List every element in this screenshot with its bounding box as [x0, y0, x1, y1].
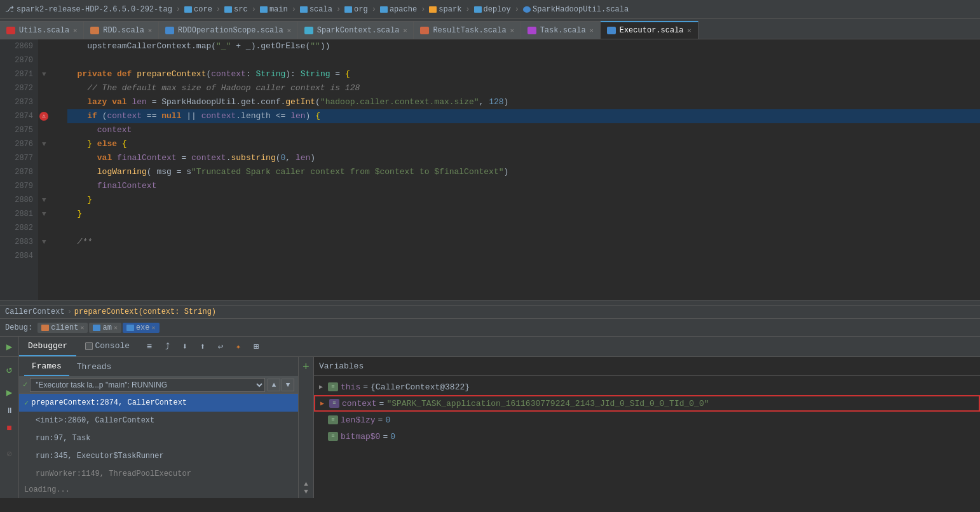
tab-task-close[interactable]: ✕: [590, 27, 594, 34]
code-line-2884: [67, 249, 980, 263]
thread-dropdown[interactable]: "Executor task la...p "main": RUNNING: [30, 378, 265, 392]
code-line-2877: val finalContext = context.substring(0, …: [67, 151, 980, 165]
tab-sparkctx[interactable]: SparkContext.scala ✕: [298, 21, 414, 39]
step-out-btn[interactable]: ⬆: [194, 339, 211, 355]
folder-apache[interactable]: apache: [390, 5, 417, 14]
scroll-down-btn[interactable]: ▼: [304, 488, 308, 495]
mute-btn[interactable]: ⊘: [2, 446, 17, 461]
frame-label: <init>:2860, CallerContext: [36, 416, 154, 425]
evaluate-btn[interactable]: ✦: [230, 339, 247, 355]
session-client[interactable]: client ✕: [37, 323, 88, 333]
session-exe-close[interactable]: ✕: [152, 324, 156, 332]
tab-rdd[interactable]: RDD.scala ✕: [84, 21, 159, 39]
var-item-bitmap[interactable]: ▶ ≡ bitmap$0 = 0: [314, 428, 980, 445]
var-bitmap-icon: ≡: [328, 432, 338, 441]
frame-item-runworker[interactable]: runWorker:1149, ThreadPoolExecutor: [19, 465, 298, 483]
folder-main[interactable]: main: [269, 5, 288, 14]
project-name[interactable]: spark2-release-HDP-2.6.5.0-292-tag: [17, 5, 172, 14]
tab-executor-icon: [607, 27, 616, 34]
var-context-icon: ≡: [329, 399, 339, 408]
tab-resulttask[interactable]: ResultTask.scala ✕: [414, 21, 521, 39]
code-line-2882: [67, 221, 980, 235]
line-numbers: 2869 2870 2871 2872 2873 2874 2875 2876 …: [0, 39, 38, 300]
expand-bitmap: ▶: [319, 433, 328, 440]
frame-item-run345[interactable]: run:345, Executor$TaskRunner: [19, 447, 298, 465]
file-sparkhadooputil[interactable]: SparkHadoopUtil.scala: [533, 5, 629, 14]
scroll-up-btn[interactable]: ▲: [304, 480, 308, 488]
frame-item-preparecontext[interactable]: ✓ prepareContext:2874, CallerContext: [19, 394, 298, 412]
tab-resulttask-close[interactable]: ✕: [510, 27, 514, 34]
variables-panel: Variables ▶ ≡ this = {CallerContext@3822…: [314, 357, 980, 498]
code-line-2879: finalContext: [67, 179, 980, 193]
step-over-btn[interactable]: ⤴: [159, 339, 175, 355]
tab-resulttask-label: ResultTask.scala: [433, 26, 506, 35]
tab-rdd-close[interactable]: ✕: [148, 27, 152, 34]
tab-rdd-label: RDD.scala: [103, 26, 144, 35]
play-btn[interactable]: ▶: [2, 385, 17, 400]
debug-label: Debug:: [5, 323, 32, 332]
var-item-lenlzy[interactable]: ▶ ≡ len$lzy = 0: [314, 412, 980, 428]
tab-utils-icon: [6, 27, 15, 34]
var-this-eq: =: [363, 382, 368, 392]
frame-item-init[interactable]: <init>:2860, CallerContext: [19, 412, 298, 429]
tab-utils-close[interactable]: ✕: [73, 27, 77, 34]
stop-btn[interactable]: ■: [2, 421, 17, 436]
code-line-2881: }: [67, 207, 980, 221]
code-scrollbar[interactable]: [0, 300, 980, 305]
grid-btn[interactable]: ⊞: [248, 339, 264, 355]
tab-frames[interactable]: Frames: [24, 357, 69, 376]
lines-btn[interactable]: ≡: [141, 339, 158, 355]
debug-body: ↺ ▶ ⏸ ■ ⊘ Frames Threads ✓ "Executor tas…: [0, 357, 980, 498]
folder-scala[interactable]: scala: [310, 5, 332, 14]
step-into-btn[interactable]: ⬇: [177, 339, 193, 355]
folder-deploy[interactable]: deploy: [484, 5, 511, 14]
tab-threads[interactable]: Threads: [69, 357, 119, 376]
folder-org[interactable]: org: [354, 5, 368, 14]
code-editor: 2869 2870 2871 2872 2873 2874 2875 2876 …: [0, 39, 980, 300]
tab-rddop[interactable]: RDDOperationScope.scala ✕: [159, 21, 298, 39]
add-variable-btn[interactable]: +: [299, 360, 314, 375]
tab-executor-close[interactable]: ✕: [688, 27, 691, 34]
breakpoint-dot[interactable]: ⚠: [39, 112, 48, 121]
frame-label: run:345, Executor$TaskRunner: [36, 452, 164, 461]
restart-btn[interactable]: ↺: [2, 362, 17, 377]
code-line-2871: private def prepareContext(context: Stri…: [67, 67, 980, 81]
expand-this[interactable]: ▶: [319, 383, 328, 391]
frame-label: runWorker:1149, ThreadPoolExecutor: [36, 469, 191, 478]
frame-up-btn[interactable]: ▲: [268, 379, 280, 391]
folder-spark[interactable]: spark: [439, 5, 461, 14]
code-line-2870: [67, 53, 980, 67]
resume-btn[interactable]: ▶: [6, 340, 13, 353]
session-client-close[interactable]: ✕: [80, 324, 84, 332]
tab-sparkctx-icon: [304, 27, 313, 34]
variables-header: Variables: [314, 357, 980, 376]
var-item-this[interactable]: ▶ ≡ this = {CallerContext@3822}: [314, 379, 980, 395]
frame-item-run97[interactable]: run:97, Task: [19, 429, 298, 447]
check-icon: ✓: [23, 380, 27, 389]
code-line-2872: // The default max size of Hadoop caller…: [67, 81, 980, 95]
session-am-close[interactable]: ✕: [114, 324, 118, 332]
session-exe-label: exe: [136, 323, 150, 332]
session-am[interactable]: am ✕: [89, 323, 121, 333]
tab-executor[interactable]: Executor.scala ✕: [601, 21, 698, 39]
folder-core[interactable]: core: [194, 5, 212, 14]
tab-debugger[interactable]: Debugger: [19, 337, 76, 356]
var-item-context[interactable]: ▶ ≡ context = "SPARK_TASK_application_16…: [314, 395, 980, 412]
tab-utils[interactable]: Utils.scala ✕: [0, 21, 84, 39]
frame-down-btn[interactable]: ▼: [282, 379, 294, 391]
tab-rddop-close[interactable]: ✕: [287, 27, 291, 34]
var-bitmap-value: 0: [390, 432, 395, 441]
tab-task[interactable]: Task.scala ✕: [521, 21, 601, 39]
tab-sparkctx-label: SparkContext.scala: [317, 26, 400, 35]
run-cursor-btn[interactable]: ↩: [212, 339, 229, 355]
folder-src[interactable]: src: [234, 5, 248, 14]
pause-btn[interactable]: ⏸: [2, 403, 17, 418]
tab-sparkctx-close[interactable]: ✕: [403, 27, 407, 34]
session-exe[interactable]: exe ✕: [123, 323, 160, 333]
code-line-2873: lazy val len = SparkHadoopUtil.get.conf.…: [67, 95, 980, 109]
var-context-eq: =: [379, 399, 385, 408]
debug-toolbar: ≡ ⤴ ⬇ ⬆ ↩ ✦ ⊞: [139, 339, 267, 355]
tab-console[interactable]: Console: [76, 337, 139, 356]
var-bitmap-name: bitmap$0: [341, 432, 380, 441]
expand-context[interactable]: ▶: [320, 400, 329, 407]
